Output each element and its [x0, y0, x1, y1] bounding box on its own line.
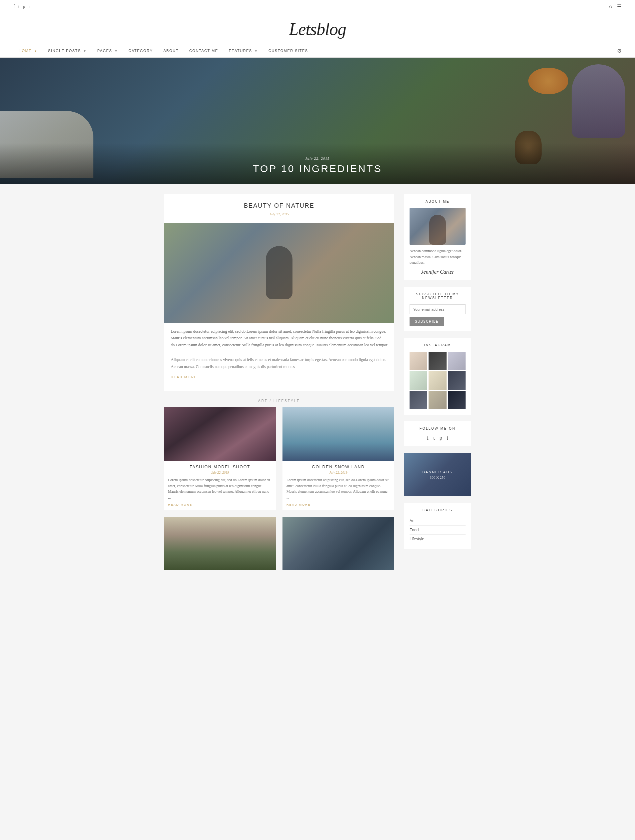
search-icon[interactable]: ⌕ [609, 3, 612, 9]
instagram-item-1[interactable] [410, 352, 427, 370]
about-title: ABOUT ME [410, 200, 466, 203]
about-widget: ABOUT ME Aenean commodo ligula eget dolo… [404, 194, 471, 280]
featured-post-date: July 22, 2015 [269, 212, 289, 216]
follow-instagram[interactable]: i [447, 435, 448, 441]
instagram-grid [410, 352, 466, 409]
about-image [410, 208, 466, 245]
hero-date: July 22, 2015 [0, 156, 635, 160]
social-icons: f t p i [13, 4, 30, 9]
nav-items: HOME ▼ SINGLE POSTS ▼ PAGES ▼ CATEGORY A… [13, 44, 314, 57]
grid-post-2-excerpt: Lorem ipsum dosectetur adipiscing elit, … [287, 477, 390, 501]
main-content: BEAUTY OF NATURE July 22, 2015 Lorem ips… [157, 184, 478, 580]
categories-widget: CATEGORIES Art Food Lifestyle [404, 503, 471, 549]
grid-post-3 [164, 517, 276, 570]
right-sidebar: ABOUT ME Aenean commodo ligula eget dolo… [404, 194, 471, 570]
newsletter-widget: SUBSCRIBE TO MY NEWSLETTER SUBSCRIBE [404, 287, 471, 332]
grid-post-1: FASHION MODEL SHOOT July 22, 2019 Lorem … [164, 407, 276, 510]
features-arrow: ▼ [255, 50, 258, 53]
facebook-icon[interactable]: f [13, 4, 15, 9]
nav-contact[interactable]: CONTACT ME [184, 44, 223, 57]
instagram-icon[interactable]: i [29, 4, 30, 9]
grid-post-2: GOLDEN SNOW LAND July 22, 2019 Lorem ips… [282, 407, 394, 510]
about-signature: Jennifer Carter [410, 269, 466, 275]
hero-oranges [528, 68, 568, 94]
nav-bar: HOME ▼ SINGLE POSTS ▼ PAGES ▼ CATEGORY A… [0, 44, 635, 58]
about-text: Aenean commodo ligula eget dolor. Aenean… [410, 248, 466, 266]
hero-overlay: July 22, 2015 TOP 10 INGREDIENTS [0, 143, 635, 184]
hero-title[interactable]: TOP 10 INGREDIENTS [0, 163, 635, 174]
nav-about[interactable]: ABOUT [158, 44, 184, 57]
nav-home[interactable]: HOME ▼ [13, 44, 43, 57]
figure-silhouette [266, 246, 293, 299]
logo-area: Letsblog [0, 13, 635, 44]
nav-customer-sites[interactable]: CUSTOMER SITES [263, 44, 314, 57]
instagram-title: INSTAGRAM [410, 343, 466, 347]
grid-post-1-excerpt: Lorem ipsum dosectetur adipiscing elit, … [168, 477, 272, 501]
instagram-item-6[interactable] [448, 371, 466, 390]
grid-post-2-read-more[interactable]: READ MORE [287, 503, 390, 506]
grid-post-3-image [164, 517, 276, 570]
banner-widget[interactable]: BANNER ADS 300 X 250 [404, 453, 471, 496]
category-lifestyle[interactable]: Lifestyle [410, 535, 466, 543]
categories-title: CATEGORIES [410, 508, 466, 512]
nav-pages[interactable]: PAGES ▼ [92, 44, 124, 57]
instagram-item-3[interactable] [448, 352, 466, 370]
grid-post-2-date: July 22, 2019 [287, 471, 390, 474]
follow-icons: f t p i [410, 435, 466, 441]
hero-section: July 22, 2015 TOP 10 INGREDIENTS [0, 58, 635, 184]
header-actions: ⌕ ☰ [609, 3, 622, 9]
instagram-item-4[interactable] [410, 371, 427, 390]
nav-category[interactable]: CATEGORY [123, 44, 158, 57]
instagram-item-5[interactable] [429, 371, 446, 390]
grid-post-1-date: July 22, 2019 [168, 471, 272, 474]
grid-post-2-image [282, 407, 394, 461]
post-title-area: BEAUTY OF NATURE July 22, 2015 [164, 194, 394, 223]
instagram-widget: INSTAGRAM [404, 338, 471, 415]
grid-post-4-image [282, 517, 394, 570]
about-figure [429, 215, 446, 245]
featured-post-title: BEAUTY OF NATURE [171, 202, 388, 209]
subscribe-button[interactable]: SUBSCRIBE [410, 317, 444, 326]
newsletter-input[interactable] [410, 304, 466, 314]
follow-pinterest[interactable]: p [440, 435, 442, 441]
newsletter-title: SUBSCRIBE TO MY NEWSLETTER [410, 292, 466, 300]
nav-features[interactable]: FEATURES ▼ [223, 44, 263, 57]
posts-grid: FASHION MODEL SHOOT July 22, 2019 Lorem … [164, 407, 394, 510]
nav-single-posts[interactable]: SINGLE POSTS ▼ [43, 44, 92, 57]
site-logo[interactable]: Letsblog [0, 19, 635, 39]
featured-post-excerpt1: Lorem ipsum dosectetur adipiscing elit, … [164, 323, 394, 351]
instagram-item-8[interactable] [429, 391, 446, 409]
grid-post-1-image [164, 407, 276, 461]
follow-facebook[interactable]: f [427, 435, 429, 441]
pages-arrow: ▼ [115, 50, 118, 53]
follow-title: FOLLOW ME ON [410, 427, 466, 430]
twitter-icon[interactable]: t [18, 4, 20, 9]
menu-icon[interactable]: ☰ [617, 3, 622, 9]
banner-text: BANNER ADS [423, 470, 453, 474]
hero-lavender [572, 64, 625, 138]
grid-post-4 [282, 517, 394, 570]
follow-widget: FOLLOW ME ON f t p i [404, 422, 471, 446]
single-posts-arrow: ▼ [83, 50, 86, 53]
settings-icon[interactable]: ⚙ [617, 48, 622, 54]
featured-post-excerpt2: Aliquam et elit eu nunc rhoncus viverra … [164, 351, 394, 373]
posts-grid-bottom [164, 517, 394, 570]
grid-post-1-content: FASHION MODEL SHOOT July 22, 2019 Lorem … [164, 461, 276, 510]
grid-post-2-title: GOLDEN SNOW LAND [287, 465, 390, 469]
top-bar: f t p i ⌕ ☰ [0, 0, 635, 13]
pinterest-icon[interactable]: p [23, 4, 25, 9]
category-art[interactable]: Art [410, 517, 466, 526]
grid-post-1-title: FASHION MODEL SHOOT [168, 465, 272, 469]
left-column: BEAUTY OF NATURE July 22, 2015 Lorem ips… [164, 194, 394, 570]
home-arrow: ▼ [34, 50, 37, 53]
grid-post-2-content: GOLDEN SNOW LAND July 22, 2019 Lorem ips… [282, 461, 394, 510]
section-label: ART / LIFESTYLE [164, 399, 394, 403]
featured-post: BEAUTY OF NATURE July 22, 2015 Lorem ips… [164, 194, 394, 391]
instagram-item-9[interactable] [448, 391, 466, 409]
grid-post-1-read-more[interactable]: READ MORE [168, 503, 272, 506]
follow-twitter[interactable]: t [433, 435, 435, 441]
featured-read-more[interactable]: READ MORE [171, 375, 197, 379]
instagram-item-2[interactable] [429, 352, 446, 370]
instagram-item-7[interactable] [410, 391, 427, 409]
category-food[interactable]: Food [410, 526, 466, 535]
